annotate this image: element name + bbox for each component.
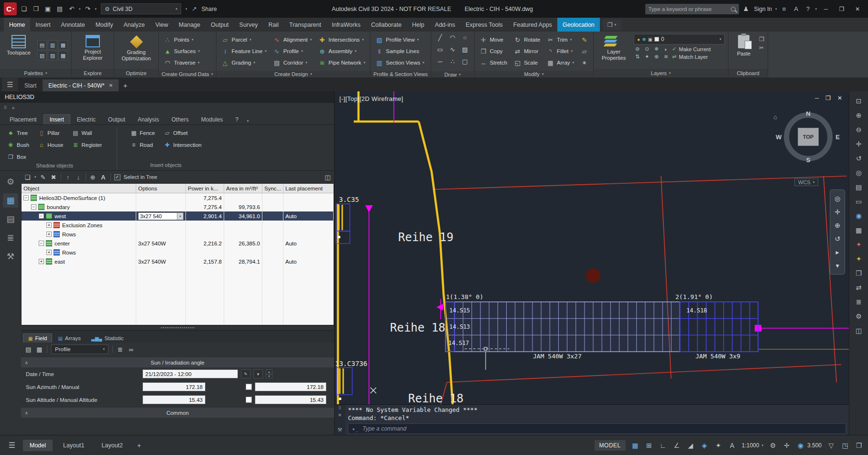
layer-walk-icon[interactable]: ⇅ bbox=[634, 54, 641, 60]
tab-field[interactable]: ▦Field bbox=[23, 333, 52, 343]
insert-road-button[interactable]: ≡Road bbox=[128, 139, 157, 151]
ribbon-tab-insert[interactable]: Insert bbox=[30, 18, 55, 32]
stretch-button[interactable]: ↔Stretch bbox=[478, 57, 509, 68]
settings-rail-icon[interactable]: ⚙ bbox=[3, 175, 18, 189]
panel-label-explore[interactable]: Explore bbox=[72, 69, 114, 78]
open-file-icon[interactable]: ❒ bbox=[31, 4, 41, 14]
grid-view-icon[interactable]: ▤ bbox=[25, 346, 32, 353]
annotation-monitor-icon[interactable]: ✛ bbox=[782, 442, 791, 449]
ribbon-tab-geolocation[interactable]: Geolocation bbox=[557, 18, 600, 32]
xref-palette-icon[interactable]: ▨ bbox=[48, 51, 57, 60]
layer-merge-icon[interactable]: ≋ bbox=[662, 54, 670, 60]
search-input[interactable]: Type a keyword or phrase bbox=[649, 6, 712, 12]
settings-tool-icon[interactable]: ⚙ bbox=[853, 311, 865, 322]
ribbon-tab-analyze[interactable]: Analyze bbox=[118, 18, 150, 32]
tab-start[interactable]: Start bbox=[19, 79, 42, 91]
collapse-section-icon[interactable]: ∧ bbox=[25, 360, 28, 365]
insert-intersection-button[interactable]: ✚Intersection bbox=[161, 139, 204, 151]
match-layer-button[interactable]: Match Layer bbox=[679, 54, 708, 60]
layer-select[interactable]: ● ❄ ▣ 0 ▾ bbox=[634, 34, 725, 44]
trim-button[interactable]: ✂Trim▾ bbox=[545, 34, 575, 45]
collapse-icon[interactable]: − bbox=[39, 241, 44, 246]
toolspace-button[interactable]: Toolspace bbox=[3, 34, 34, 56]
edit-polyline-button[interactable]: ✎ bbox=[579, 34, 590, 45]
circle-tool-icon[interactable]: ○ bbox=[459, 34, 471, 41]
file-tabs-menu-icon[interactable]: ☰ bbox=[2, 78, 18, 91]
insert-pillar-button[interactable]: ▯Pillar bbox=[35, 127, 65, 139]
panel-label-layers[interactable]: Layers▾ bbox=[594, 69, 728, 78]
autodesk-apps-icon[interactable]: A bbox=[791, 4, 801, 14]
ribbon-tab-survey[interactable]: Survey bbox=[234, 18, 263, 32]
properties-palette-icon[interactable]: ▤ bbox=[37, 40, 47, 50]
box-tool-icon[interactable]: ❒ bbox=[853, 267, 865, 278]
copy-button[interactable]: ❐Copy bbox=[478, 45, 509, 57]
close-button[interactable]: ✕ bbox=[851, 3, 864, 15]
layer-properties-button[interactable]: Layer Properties bbox=[597, 34, 630, 61]
snap-mode-toggle[interactable]: ⊞ bbox=[645, 442, 653, 449]
zoom-in-icon[interactable]: ⊕ bbox=[853, 110, 865, 121]
xline-tool-icon[interactable]: ─ bbox=[434, 58, 446, 65]
ribbon-tab-infraworks[interactable]: InfraWorks bbox=[326, 18, 366, 32]
spin-down-icon[interactable]: ▼ bbox=[266, 374, 272, 379]
undo-caret-icon[interactable]: ▾ bbox=[79, 7, 81, 11]
palette-overflow-icon[interactable]: » bbox=[12, 105, 15, 111]
zoom-window-icon[interactable]: ⊡ bbox=[853, 95, 865, 106]
grid-tool-icon[interactable]: ▦ bbox=[853, 224, 865, 235]
viewcube-home-icon[interactable]: ⌂ bbox=[773, 113, 777, 121]
maximize-button[interactable]: ❐ bbox=[835, 3, 848, 15]
points-button[interactable]: ∴ Points▾ bbox=[162, 34, 201, 45]
sheet-view-icon[interactable]: ▭ bbox=[853, 196, 865, 207]
palette-tabs-caret-icon[interactable]: ▾ bbox=[245, 118, 251, 124]
workspace-switching-icon[interactable]: ⚙ bbox=[769, 442, 777, 449]
annotation-autoscale-toggle[interactable]: A bbox=[728, 442, 737, 449]
array-button[interactable]: ▦Array▾ bbox=[545, 57, 575, 68]
viewport-restore-icon[interactable]: ❐ bbox=[825, 95, 831, 101]
pv-array-west-grid[interactable] bbox=[445, 302, 680, 352]
layer-match-icon[interactable]: ✦ bbox=[643, 54, 651, 60]
application-menu-button[interactable]: C ▾ bbox=[4, 2, 17, 15]
panel-label-create-ground-data[interactable]: Create Ground Data▾ bbox=[159, 71, 216, 78]
tree-row-east[interactable]: +east 3x27 540W 2,157.8 28,794.1 Auto bbox=[22, 257, 334, 266]
collapse-icon[interactable]: − bbox=[23, 195, 29, 200]
panel-label-draw[interactable]: Draw▾ bbox=[431, 71, 474, 78]
palette-tab-analysis[interactable]: Analysis bbox=[132, 115, 165, 124]
quick-properties-toggle[interactable]: ▽ bbox=[827, 442, 835, 449]
placement-rail-icon[interactable]: ▦ bbox=[3, 193, 18, 208]
layer-off-icon[interactable]: ⊘ bbox=[634, 46, 641, 52]
alignment-button[interactable]: ∿Alignment▾ bbox=[271, 34, 314, 45]
grading-button[interactable]: △Grading▾ bbox=[220, 57, 268, 68]
ribbon-tab-help[interactable]: Help bbox=[407, 18, 430, 32]
panel-label-profile-section-views[interactable]: Profile & Section Views bbox=[370, 71, 431, 78]
command-input[interactable]: ▸_ Type a command bbox=[348, 423, 846, 434]
annotation-scale-button[interactable]: 1:1000 ▾ bbox=[742, 442, 763, 449]
altitude-manual-checkbox[interactable] bbox=[246, 397, 252, 403]
module-type-select[interactable]: 3x27 540▾ bbox=[136, 211, 186, 221]
viewcube-east[interactable]: E bbox=[835, 133, 840, 141]
palette-grip[interactable]: ⠿ bbox=[4, 106, 7, 110]
intersections-button[interactable]: ✚Intersections▾ bbox=[316, 34, 367, 45]
palette-tab-insert[interactable]: Insert bbox=[43, 114, 70, 124]
spin-up-icon[interactable]: ▲ bbox=[266, 369, 272, 374]
layer-isolate-icon[interactable]: ⊙ bbox=[643, 46, 651, 52]
tree-row-rows-west[interactable]: +Rows bbox=[22, 230, 334, 239]
azimuth-manual-checkbox[interactable] bbox=[246, 384, 252, 390]
tab-close-icon[interactable]: ✕ bbox=[109, 83, 113, 88]
visibility-glasses-icon[interactable]: ∞ bbox=[128, 346, 135, 353]
orbit-icon[interactable]: ↺ bbox=[835, 235, 840, 243]
parcel-boundary-lines[interactable] bbox=[433, 176, 846, 404]
palette-tab-modules[interactable]: Modules bbox=[195, 115, 228, 124]
share-button[interactable]: Share bbox=[202, 6, 217, 12]
tree-row-boundary[interactable]: −boundary 7,275.4 99,793.6 bbox=[22, 202, 334, 211]
palette-title[interactable]: HELIOS3D bbox=[0, 91, 334, 103]
navbar-caret-icon[interactable]: ▾ bbox=[835, 262, 839, 269]
sheet-set-manager-icon[interactable]: ▦ bbox=[58, 40, 68, 50]
plot-icon[interactable]: ▤ bbox=[55, 4, 65, 14]
signin-caret-icon[interactable]: ▾ bbox=[775, 7, 777, 11]
column-header-last-placement[interactable]: Last placement bbox=[283, 184, 334, 193]
model-space-toggle[interactable]: MODEL bbox=[595, 440, 626, 451]
project-explorer-button[interactable]: Project Explorer bbox=[75, 34, 110, 61]
point-tool-icon[interactable]: ∴ bbox=[447, 58, 458, 65]
list-tool-icon[interactable]: ≣ bbox=[853, 296, 865, 307]
qat-options-caret-icon[interactable]: ▾ bbox=[185, 7, 187, 11]
traverse-button[interactable]: ◠ Traverse▾ bbox=[162, 57, 201, 68]
